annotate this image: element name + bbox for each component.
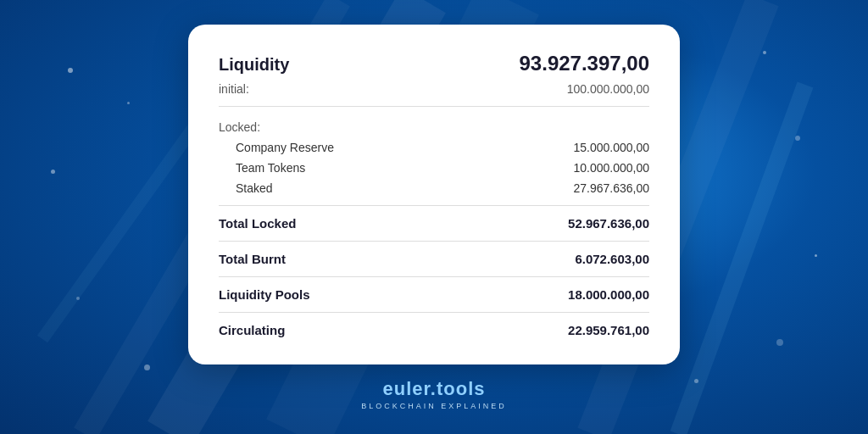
total-burnt-label: Total Burnt	[219, 252, 286, 266]
sparkle	[68, 68, 73, 73]
circulating-value: 22.959.761,00	[568, 323, 649, 337]
liquidity-pools-label: Liquidity Pools	[219, 287, 310, 302]
liquidity-pools-value: 18.000.000,00	[568, 287, 649, 302]
company-reserve-value: 15.000.000,00	[573, 141, 649, 154]
liquidity-row: Liquidity 93.927.397,00	[219, 48, 649, 79]
initial-row: initial: 100.000.000,00	[219, 79, 649, 99]
branding: euler.tools Blockchain Explained	[361, 378, 507, 410]
brand-part2: tools	[437, 378, 486, 399]
sparkle	[815, 254, 817, 257]
team-tokens-label: Team Tokens	[219, 161, 305, 175]
total-locked-value: 52.967.636,00	[568, 216, 649, 231]
circulating-label: Circulating	[219, 323, 285, 337]
sparkle	[694, 379, 698, 383]
initial-label: initial:	[219, 82, 249, 96]
total-burnt-value: 6.072.603,00	[575, 252, 649, 266]
divider-2	[219, 205, 649, 206]
liquidity-pools-row: Liquidity Pools 18.000.000,00	[219, 284, 649, 305]
liquidity-value: 93.927.397,00	[520, 52, 649, 75]
staked-label: Staked	[219, 181, 273, 195]
sparkle	[795, 136, 800, 141]
locked-label: Locked:	[219, 117, 260, 134]
sparkle	[51, 170, 55, 174]
brand-tagline: Blockchain Explained	[361, 402, 507, 410]
locked-header-row: Locked:	[219, 114, 649, 137]
divider-5	[219, 312, 649, 313]
circulating-row: Circulating 22.959.761,00	[219, 320, 649, 341]
locked-item-0: Company Reserve 15.000.000,00	[219, 137, 649, 158]
company-reserve-label: Company Reserve	[219, 141, 334, 154]
total-locked-label: Total Locked	[219, 216, 296, 231]
staked-value: 27.967.636,00	[573, 181, 649, 195]
divider-4	[219, 276, 649, 277]
brand-part1: euler.	[382, 378, 436, 399]
sparkle	[763, 51, 766, 54]
sparkle	[144, 364, 150, 370]
divider-3	[219, 241, 649, 242]
sparkle	[776, 339, 783, 346]
locked-item-2: Staked 27.967.636,00	[219, 178, 649, 198]
total-locked-row: Total Locked 52.967.636,00	[219, 213, 649, 234]
initial-value: 100.000.000,00	[567, 82, 649, 96]
total-burnt-row: Total Burnt 6.072.603,00	[219, 248, 649, 270]
page-wrapper: Liquidity 93.927.397,00 initial: 100.000…	[188, 25, 680, 410]
sparkle	[127, 102, 130, 104]
team-tokens-value: 10.000.000,00	[573, 161, 649, 175]
locked-item-1: Team Tokens 10.000.000,00	[219, 158, 649, 178]
liquidity-label: Liquidity	[219, 55, 289, 75]
divider-1	[219, 106, 649, 107]
sparkle	[76, 297, 80, 300]
brand-name: euler.tools	[382, 378, 485, 400]
liquidity-card: Liquidity 93.927.397,00 initial: 100.000…	[188, 25, 680, 364]
